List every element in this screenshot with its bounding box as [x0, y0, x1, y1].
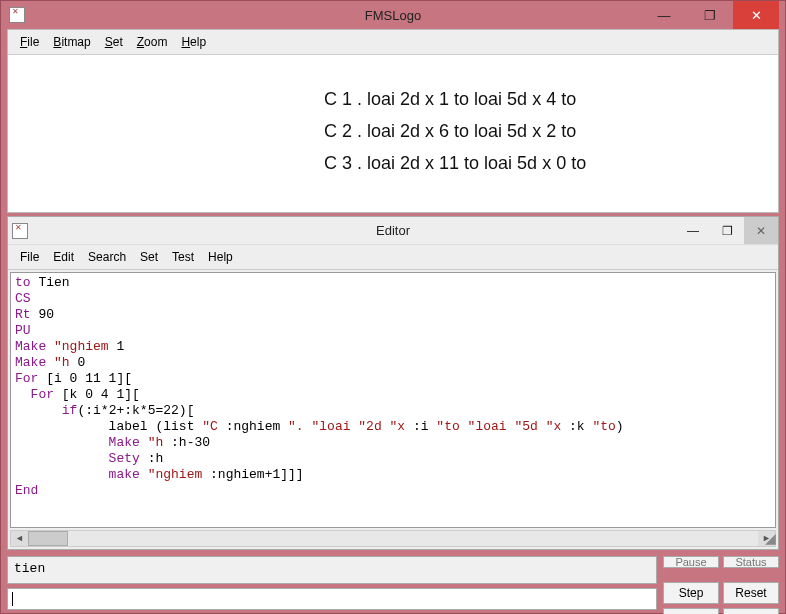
- editor-hscrollbar[interactable]: ◄ ►: [10, 530, 776, 547]
- commander-panel: tien Pause Status Step Reset Execute Eda…: [7, 556, 779, 614]
- edall-button[interactable]: Edall: [723, 608, 779, 614]
- editor-menu-edit[interactable]: Edit: [47, 248, 80, 266]
- main-menubar: File Bitmap Set Zoom Help: [7, 29, 779, 55]
- caret-icon: [12, 592, 13, 606]
- command-history[interactable]: tien: [7, 556, 657, 584]
- editor-menu-set[interactable]: Set: [134, 248, 164, 266]
- minimize-button[interactable]: —: [641, 1, 687, 29]
- commander-buttons: Pause Status Step Reset Execute Edall: [663, 556, 779, 614]
- scroll-track[interactable]: [28, 531, 758, 546]
- commander-left: tien: [7, 556, 657, 614]
- scroll-left-icon[interactable]: ◄: [11, 531, 28, 546]
- menu-help[interactable]: Help: [175, 33, 212, 51]
- main-titlebar: FMSLogo — ❐ ✕: [7, 1, 779, 29]
- status-button[interactable]: Status: [723, 556, 779, 568]
- step-button[interactable]: Step: [663, 582, 719, 604]
- editor-window-controls: — ❐ ✕: [676, 217, 778, 244]
- app-icon: [9, 7, 25, 23]
- pause-button[interactable]: Pause: [663, 556, 719, 568]
- editor-maximize-button[interactable]: ❐: [710, 217, 744, 244]
- code-editor[interactable]: to Tien CS Rt 90 PU Make "nghiem 1 Make …: [10, 272, 776, 528]
- menu-bitmap[interactable]: Bitmap: [47, 33, 96, 51]
- canvas-label-2: C 2 . loai 2d x 6 to loai 5d x 2 to: [324, 121, 576, 142]
- main-window-controls: — ❐ ✕: [641, 1, 779, 29]
- editor-titlebar: Editor — ❐ ✕: [8, 217, 778, 245]
- command-input[interactable]: [7, 588, 657, 610]
- editor-menubar: File Edit Search Set Test Help: [8, 245, 778, 270]
- canvas-label-1: C 1 . loai 2d x 1 to loai 5d x 4 to: [324, 89, 576, 110]
- main-window: FMSLogo — ❐ ✕ File Bitmap Set Zoom Help …: [0, 0, 786, 614]
- menu-zoom[interactable]: Zoom: [131, 33, 174, 51]
- close-button[interactable]: ✕: [733, 1, 779, 29]
- drawing-canvas[interactable]: C 1 . loai 2d x 1 to loai 5d x 4 to C 2 …: [7, 55, 779, 213]
- reset-button[interactable]: Reset: [723, 582, 779, 604]
- editor-menu-help[interactable]: Help: [202, 248, 239, 266]
- editor-minimize-button[interactable]: —: [676, 217, 710, 244]
- editor-close-button[interactable]: ✕: [744, 217, 778, 244]
- editor-icon: [12, 223, 28, 239]
- canvas-label-3: C 3 . loai 2d x 11 to loai 5d x 0 to: [324, 153, 586, 174]
- execute-button[interactable]: Execute: [663, 608, 719, 614]
- menu-set[interactable]: Set: [99, 33, 129, 51]
- editor-menu-file[interactable]: File: [14, 248, 45, 266]
- editor-title: Editor: [8, 223, 778, 238]
- resize-grip-icon[interactable]: ◢: [762, 533, 776, 547]
- menu-file[interactable]: File: [14, 33, 45, 51]
- editor-menu-search[interactable]: Search: [82, 248, 132, 266]
- editor-menu-test[interactable]: Test: [166, 248, 200, 266]
- editor-window: Editor — ❐ ✕ File Edit Search Set Test H…: [7, 216, 779, 550]
- maximize-button[interactable]: ❐: [687, 1, 733, 29]
- scroll-thumb[interactable]: [28, 531, 68, 546]
